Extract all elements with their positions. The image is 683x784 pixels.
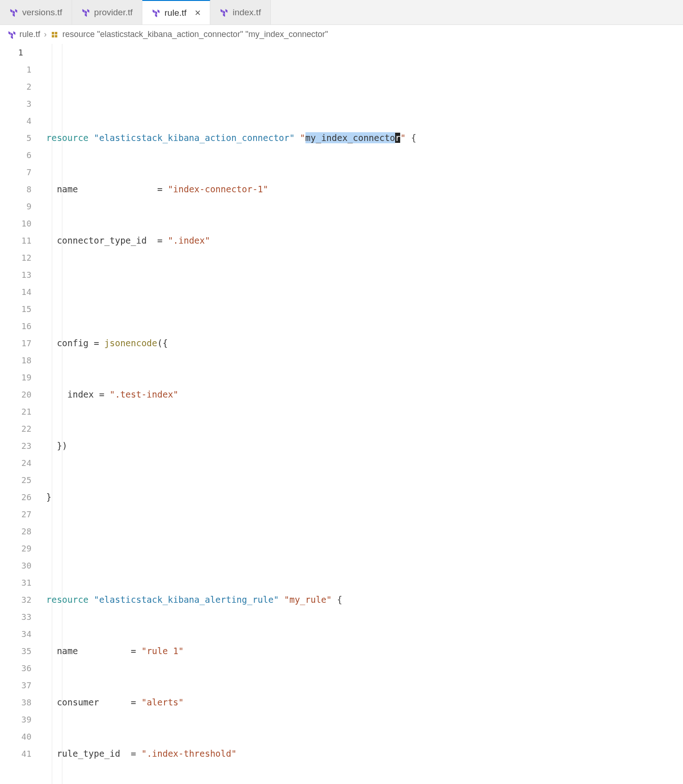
code-line[interactable] — [46, 540, 683, 557]
breadcrumb: rule.tf › resource "elasticstack_kibana_… — [0, 25, 683, 44]
line-number: 7 — [0, 164, 31, 181]
line-number: 30 — [0, 557, 31, 574]
line-number: 28 — [0, 523, 31, 540]
line-number: 10 — [0, 215, 31, 232]
line-number: 12 — [0, 249, 31, 266]
code-line[interactable]: config = jsonencode({ — [46, 335, 683, 352]
line-number: 20 — [0, 386, 31, 403]
terraform-icon — [220, 8, 228, 17]
terraform-icon — [152, 9, 160, 17]
line-number: 11 — [0, 232, 31, 249]
line-number: 1 — [0, 61, 31, 78]
line-number: 6 — [0, 147, 31, 164]
line-number: 16 — [0, 318, 31, 335]
breadcrumb-symbol[interactable]: resource "elasticstack_kibana_action_con… — [62, 30, 328, 39]
line-number: 21 — [0, 403, 31, 420]
breadcrumb-file[interactable]: rule.tf — [19, 30, 40, 39]
line-number: 38 — [0, 694, 31, 711]
line-number: 17 — [0, 335, 31, 352]
line-number: 32 — [0, 591, 31, 608]
line-number: 14 — [0, 283, 31, 300]
line-number: 4 — [0, 112, 31, 129]
text-selection: my_index_connecto — [305, 132, 395, 143]
code-line[interactable] — [46, 283, 683, 300]
code-line[interactable]: } — [46, 489, 683, 506]
line-number: 22 — [0, 420, 31, 437]
code-line[interactable]: name = "index-connector-1" — [46, 181, 683, 198]
line-number: 26 — [0, 489, 31, 506]
line-number: 3 — [0, 95, 31, 112]
code-line[interactable]: resource "elasticstack_kibana_action_con… — [46, 129, 683, 147]
line-number: 39 — [0, 711, 31, 728]
code-line[interactable]: consumer = "alerts" — [46, 694, 683, 711]
line-number: 35 — [0, 643, 31, 660]
line-number: 9 — [0, 198, 31, 215]
tab-versions[interactable]: versions.tf — [0, 0, 72, 24]
code-line[interactable]: resource "elasticstack_kibana_alerting_r… — [46, 591, 683, 608]
line-number: 34 — [0, 625, 31, 643]
tab-rule[interactable]: rule.tf × — [142, 0, 210, 24]
line-number: 33 — [0, 608, 31, 625]
line-number: 31 — [0, 574, 31, 591]
code-line[interactable]: rule_type_id = ".index-threshold" — [46, 745, 683, 762]
tab-provider[interactable]: provider.tf — [72, 0, 142, 24]
line-number: 13 — [0, 266, 31, 283]
line-number: 19 — [0, 369, 31, 386]
chevron-right-icon: › — [44, 30, 47, 39]
line-number: 27 — [0, 506, 31, 523]
line-number: 18 — [0, 352, 31, 369]
terraform-icon — [7, 31, 16, 39]
code-line[interactable]: name = "rule 1" — [46, 643, 683, 660]
line-number: 15 — [0, 300, 31, 318]
line-number: 37 — [0, 677, 31, 694]
line-number: 41 — [0, 745, 31, 762]
code-editor[interactable]: 1 12345678910111213141516171819202122232… — [0, 44, 683, 784]
symbol-icon — [50, 31, 59, 39]
code-line[interactable]: }) — [46, 437, 683, 454]
tab-index[interactable]: index.tf — [210, 0, 270, 24]
editor-tabs: versions.tf provider.tf rule.tf × index.… — [0, 0, 683, 25]
line-number: 8 — [0, 181, 31, 198]
line-number: 40 — [0, 728, 31, 745]
line-number: 5 — [0, 129, 31, 147]
close-icon[interactable]: × — [195, 8, 201, 18]
line-number: 25 — [0, 472, 31, 489]
tab-label: index.tf — [232, 7, 261, 18]
line-number: 1 — [0, 44, 31, 61]
line-number: 23 — [0, 437, 31, 454]
line-number: 29 — [0, 540, 31, 557]
code-line[interactable]: connector_type_id = ".index" — [46, 232, 683, 249]
tab-label: versions.tf — [22, 7, 62, 18]
code-line[interactable]: index = ".test-index" — [46, 386, 683, 403]
terraform-icon — [81, 8, 90, 17]
line-number: 24 — [0, 454, 31, 472]
line-number: 36 — [0, 660, 31, 677]
line-gutter: 1 12345678910111213141516171819202122232… — [0, 44, 42, 784]
tab-label: rule.tf — [165, 8, 187, 18]
line-number: 2 — [0, 78, 31, 95]
text-caret: r — [395, 133, 400, 143]
tab-label: provider.tf — [94, 7, 133, 18]
code-area[interactable]: resource "elasticstack_kibana_action_con… — [42, 44, 683, 784]
terraform-icon — [9, 8, 18, 17]
